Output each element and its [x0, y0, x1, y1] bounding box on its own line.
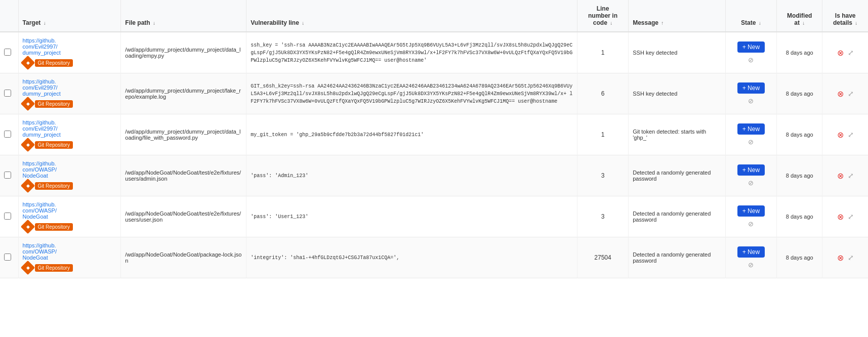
- row-checkbox[interactable]: [4, 213, 11, 220]
- filepath-sort-icon: ↓: [153, 20, 155, 26]
- state-cell: + New ⊘: [730, 41, 772, 64]
- row-checkbox[interactable]: [4, 254, 11, 261]
- header-vuln[interactable]: Vulnerability line ↓: [246, 0, 577, 32]
- table-row: https://github.com/OWASP/NodeGoat ◆ Git …: [0, 237, 868, 278]
- message-text: Git token detected: starts with 'ghp_': [633, 129, 706, 141]
- new-state-button[interactable]: + New: [737, 205, 765, 217]
- message-sort-icon: ↑: [661, 20, 664, 26]
- expand-icon[interactable]: ⤢: [848, 49, 854, 57]
- close-icon[interactable]: ⊗: [837, 130, 844, 140]
- modified-text: 8 days ago: [786, 173, 813, 179]
- modified-text: 8 days ago: [786, 214, 813, 220]
- new-state-button[interactable]: + New: [737, 41, 765, 53]
- target-url[interactable]: https://github.com/Evil2997/dummy_projec…: [23, 119, 117, 138]
- table-row: https://github.com/Evil2997/dummy_projec…: [0, 73, 868, 114]
- line-number: 3: [601, 172, 605, 179]
- vuln-sort-icon: ↓: [302, 20, 304, 26]
- new-state-button[interactable]: + New: [737, 246, 765, 258]
- modified-sort-icon: ↓: [802, 20, 805, 26]
- actions-cell: ⊗ ⤢: [826, 48, 864, 58]
- new-state-button[interactable]: + New: [737, 123, 765, 135]
- header-state[interactable]: State ↓: [725, 0, 776, 32]
- target-sort-icon: ↓: [44, 20, 46, 26]
- line-number: 27504: [594, 254, 611, 261]
- expand-icon[interactable]: ⤢: [848, 213, 854, 221]
- expand-icon[interactable]: ⤢: [848, 172, 854, 180]
- diamond-icon: ◆: [20, 179, 34, 193]
- message-text: Detected a randomly generated password: [633, 170, 711, 182]
- git-repository-badge: Git Repository: [35, 141, 73, 149]
- close-icon[interactable]: ⊗: [837, 171, 844, 181]
- target-url[interactable]: https://github.com/OWASP/NodeGoat: [23, 160, 117, 179]
- target-cell: https://github.com/Evil2997/dummy_projec…: [23, 119, 117, 150]
- target-badge-row: ◆ Git Repository: [23, 263, 117, 273]
- modified-text: 8 days ago: [786, 50, 813, 56]
- diamond-icon: ◆: [20, 261, 34, 275]
- target-url[interactable]: https://github.com/OWASP/NodeGoat: [23, 201, 117, 220]
- git-repository-badge: Git Repository: [35, 182, 73, 190]
- close-icon[interactable]: ⊗: [837, 48, 844, 58]
- new-state-button[interactable]: + New: [737, 82, 765, 94]
- help-icon[interactable]: ⊘: [748, 220, 754, 228]
- header-message[interactable]: Message ↑: [629, 0, 726, 32]
- state-cell: + New ⊘: [730, 123, 772, 146]
- target-badge-row: ◆ Git Repository: [23, 222, 117, 232]
- target-url[interactable]: https://github.com/Evil2997/dummy_projec…: [23, 78, 117, 97]
- table-row: https://github.com/Evil2997/dummy_projec…: [0, 32, 868, 73]
- target-cell: https://github.com/Evil2997/dummy_projec…: [23, 37, 117, 68]
- vuln-text: GIT_s6sh_k2ey=ssh-rsa AA24624AA2436246B3…: [251, 83, 572, 104]
- row-checkbox[interactable]: [4, 131, 11, 138]
- target-badge-row: ◆ Git Repository: [23, 181, 117, 191]
- actions-cell: ⊗ ⤢: [826, 171, 864, 181]
- expand-icon[interactable]: ⤢: [848, 131, 854, 139]
- target-url[interactable]: https://github.com/Evil2997/dummy_projec…: [23, 37, 117, 56]
- line-sort-icon: ↓: [610, 20, 612, 26]
- table-row: https://github.com/Evil2997/dummy_projec…: [0, 114, 868, 155]
- actions-cell: ⊗ ⤢: [826, 89, 864, 99]
- state-cell: + New ⊘: [730, 205, 772, 228]
- close-icon[interactable]: ⊗: [837, 253, 844, 263]
- diamond-icon: ◆: [20, 56, 34, 70]
- row-checkbox[interactable]: [4, 172, 11, 179]
- line-number: 1: [601, 49, 605, 56]
- vuln-text: ssh_key = 'ssh-rsa AAAAB3NzaC1yc2EAAAABI…: [251, 43, 572, 63]
- new-state-button[interactable]: + New: [737, 164, 765, 176]
- help-icon[interactable]: ⊘: [748, 261, 754, 269]
- message-text: Detected a randomly generated password: [633, 210, 711, 223]
- close-icon[interactable]: ⊗: [837, 212, 844, 222]
- state-sort-icon: ↓: [759, 20, 761, 26]
- header-isdetails[interactable]: Is havedetails ↓: [822, 0, 868, 32]
- help-icon[interactable]: ⊘: [748, 138, 754, 146]
- header-target[interactable]: Target ↓: [18, 0, 121, 32]
- close-icon[interactable]: ⊗: [837, 89, 844, 99]
- modified-label: Modifiedat: [787, 12, 812, 26]
- header-line[interactable]: Linenumber incode ↓: [577, 0, 628, 32]
- target-badge-row: ◆ Git Repository: [23, 99, 117, 109]
- line-number: 1: [601, 131, 605, 138]
- help-icon[interactable]: ⊘: [748, 97, 754, 105]
- row-checkbox[interactable]: [4, 49, 11, 56]
- row-checkbox[interactable]: [4, 90, 11, 97]
- target-cell: https://github.com/OWASP/NodeGoat ◆ Git …: [23, 160, 117, 191]
- help-icon[interactable]: ⊘: [748, 56, 754, 64]
- main-table-container: Target ↓ File path ↓ Vulnerability line …: [0, 0, 868, 278]
- git-repository-badge: Git Repository: [35, 223, 73, 231]
- header-filepath[interactable]: File path ↓: [121, 0, 246, 32]
- vuln-text: my_git_token = 'ghp_29a5b9cfdde7b2b3a72d…: [251, 132, 424, 138]
- help-icon[interactable]: ⊘: [748, 179, 754, 187]
- diamond-icon: ◆: [20, 138, 34, 152]
- header-modified[interactable]: Modifiedat ↓: [777, 0, 822, 32]
- line-label: Linenumber incode: [588, 5, 617, 26]
- target-cell: https://github.com/OWASP/NodeGoat ◆ Git …: [23, 242, 117, 273]
- table-header-row: Target ↓ File path ↓ Vulnerability line …: [0, 0, 868, 32]
- target-badge-row: ◆ Git Repository: [23, 140, 117, 150]
- diamond-icon: ◆: [20, 220, 34, 234]
- message-text: Detected a randomly generated password: [633, 251, 711, 264]
- modified-text: 8 days ago: [786, 91, 813, 97]
- target-url[interactable]: https://github.com/OWASP/NodeGoat: [23, 242, 117, 261]
- expand-icon[interactable]: ⤢: [848, 90, 854, 98]
- actions-cell: ⊗ ⤢: [826, 253, 864, 263]
- git-repository-badge: Git Repository: [35, 100, 73, 108]
- expand-icon[interactable]: ⤢: [848, 254, 854, 262]
- filepath-text: /wd/app/dummy_project/dummy_project/data…: [125, 129, 240, 141]
